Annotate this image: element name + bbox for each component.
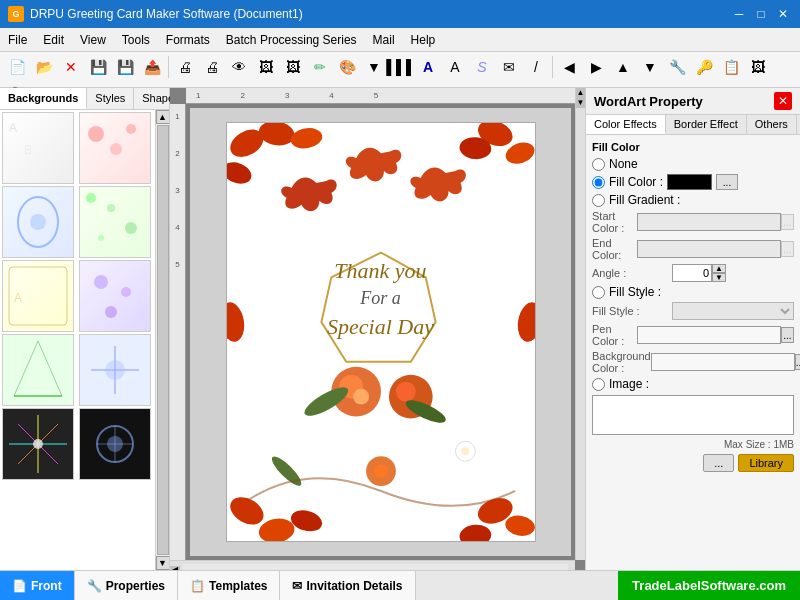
tb-save[interactable]: 💾: [85, 54, 111, 80]
thumb-item[interactable]: [79, 408, 151, 480]
scroll-down-btn[interactable]: ▼: [576, 98, 585, 108]
tb-open[interactable]: 📂: [31, 54, 57, 80]
fill-color-picker-button[interactable]: ...: [716, 174, 738, 190]
canvas-scrollbar-horizontal[interactable]: ◀ ▶: [170, 560, 575, 570]
angle-increment[interactable]: ▲: [712, 264, 726, 273]
scroll-up-btn[interactable]: ▲: [576, 88, 585, 98]
scroll-down[interactable]: ▼: [156, 556, 170, 570]
library-button[interactable]: Library: [738, 454, 794, 472]
fill-style-radio[interactable]: [592, 286, 605, 299]
tab-others[interactable]: Others: [747, 115, 797, 134]
menu-help[interactable]: Help: [403, 31, 444, 49]
tb-print2[interactable]: 🖨: [199, 54, 225, 80]
scroll-left-btn[interactable]: ◀: [170, 566, 180, 570]
tb-icon3[interactable]: 📋: [718, 54, 744, 80]
thumb-item[interactable]: [2, 186, 74, 258]
tab-backgrounds[interactable]: Backgrounds: [0, 88, 87, 109]
svg-point-15: [105, 306, 117, 318]
menu-edit[interactable]: Edit: [35, 31, 72, 49]
status-invitation-button[interactable]: ✉ Invitation Details: [280, 571, 415, 600]
menu-formats[interactable]: Formats: [158, 31, 218, 49]
tb-close-doc[interactable]: ✕: [58, 54, 84, 80]
toolbar-sep-2: [552, 56, 553, 78]
pen-color-picker[interactable]: ...: [781, 327, 794, 343]
canvas-scrollbar-vertical[interactable]: ▲ ▼: [575, 88, 585, 560]
scroll-up[interactable]: ▲: [156, 110, 170, 124]
svg-point-20: [105, 360, 125, 380]
menu-view[interactable]: View: [72, 31, 114, 49]
tb-new[interactable]: 📄: [4, 54, 30, 80]
fill-style-radio-row: Fill Style :: [592, 285, 794, 299]
tb-print[interactable]: 🖨: [172, 54, 198, 80]
thumb-item[interactable]: AB: [2, 112, 74, 184]
fill-style-select[interactable]: [672, 302, 794, 320]
tb-line[interactable]: /: [523, 54, 549, 80]
status-properties-button[interactable]: 🔧 Properties: [75, 571, 178, 600]
greeting-card[interactable]: Thank you For a Special Day: [226, 122, 536, 542]
thumb-item[interactable]: [79, 334, 151, 406]
tab-border-effect[interactable]: Border Effect: [666, 115, 747, 134]
wordart-close-button[interactable]: ✕: [774, 92, 792, 110]
close-button[interactable]: ✕: [774, 5, 792, 23]
tb-text2[interactable]: A: [442, 54, 468, 80]
image-radio[interactable]: [592, 378, 605, 391]
maximize-button[interactable]: □: [752, 5, 770, 23]
menu-tools[interactable]: Tools: [114, 31, 158, 49]
scroll-thumb[interactable]: [157, 125, 169, 555]
tb-email[interactable]: ✉: [496, 54, 522, 80]
end-color-input[interactable]: [637, 240, 781, 258]
tb-icon4[interactable]: 🖼: [745, 54, 771, 80]
tb-back[interactable]: ◀: [556, 54, 582, 80]
pen-color-input[interactable]: [637, 326, 781, 344]
action-left-button[interactable]: ...: [703, 454, 734, 472]
tab-color-effects[interactable]: Color Effects: [586, 115, 666, 134]
tb-image[interactable]: 🖼: [253, 54, 279, 80]
thumb-item[interactable]: [2, 408, 74, 480]
tb-arrow-drop[interactable]: ▼: [361, 54, 387, 80]
fill-color-radio[interactable]: [592, 176, 605, 189]
angle-decrement[interactable]: ▼: [712, 273, 726, 282]
status-templates-button[interactable]: 📋 Templates: [178, 571, 280, 600]
invitation-label: Invitation Details: [306, 579, 402, 593]
tb-fwd[interactable]: ▶: [583, 54, 609, 80]
tb-preview[interactable]: 👁: [226, 54, 252, 80]
tb-image2[interactable]: 🖼: [280, 54, 306, 80]
minimize-button[interactable]: ─: [730, 5, 748, 23]
thumb-item[interactable]: A: [2, 260, 74, 332]
tb-icon2[interactable]: 🔑: [691, 54, 717, 80]
menu-mail[interactable]: Mail: [365, 31, 403, 49]
menu-batch[interactable]: Batch Processing Series: [218, 31, 365, 49]
bg-color-picker[interactable]: ...: [795, 354, 800, 370]
bg-color-input[interactable]: [651, 353, 795, 371]
svg-marker-16: [14, 341, 62, 396]
thumb-item[interactable]: [79, 112, 151, 184]
angle-spinner: ▲ ▼: [672, 264, 726, 282]
tb-pencil[interactable]: ✏: [307, 54, 333, 80]
tb-up[interactable]: ▲: [610, 54, 636, 80]
fill-color-row: Fill Color : ...: [592, 174, 794, 190]
tb-barcode[interactable]: ▌▌▌: [388, 54, 414, 80]
tb-down[interactable]: ▼: [637, 54, 663, 80]
svg-point-3: [110, 143, 122, 155]
status-front-button[interactable]: 📄 Front: [0, 571, 75, 600]
max-size-label: Max Size : 1MB: [592, 439, 794, 450]
start-color-input[interactable]: [637, 213, 781, 231]
thumbnails-container: AB: [0, 110, 155, 570]
thumb-item[interactable]: [79, 260, 151, 332]
tb-save-as[interactable]: 💾: [112, 54, 138, 80]
tb-wordart[interactable]: S: [469, 54, 495, 80]
thumb-item[interactable]: [2, 334, 74, 406]
thumb-item[interactable]: [79, 186, 151, 258]
menu-file[interactable]: File: [0, 31, 35, 49]
tb-color[interactable]: 🎨: [334, 54, 360, 80]
end-color-picker[interactable]: ...: [781, 241, 794, 257]
angle-input[interactable]: [672, 264, 712, 282]
tb-export[interactable]: 📤: [139, 54, 165, 80]
fill-color-box[interactable]: [667, 174, 712, 190]
fill-gradient-radio[interactable]: [592, 194, 605, 207]
tb-icon1[interactable]: 🔧: [664, 54, 690, 80]
tb-text[interactable]: A: [415, 54, 441, 80]
fill-none-radio[interactable]: [592, 158, 605, 171]
tab-styles[interactable]: Styles: [87, 88, 134, 109]
start-color-picker[interactable]: ...: [781, 214, 794, 230]
